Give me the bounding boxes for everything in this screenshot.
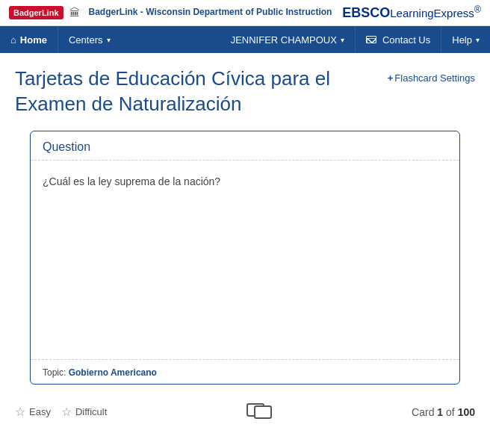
nav-right: JENNIFER CHAMPOUX ▾ Contact Us Help ▾ bbox=[220, 26, 490, 53]
user-chevron-icon: ▾ bbox=[341, 36, 344, 44]
easy-star-icon: ☆ bbox=[15, 405, 25, 419]
badgerlink-badge: BadgerLink bbox=[9, 6, 63, 19]
easy-button[interactable]: ☆ Easy bbox=[15, 405, 51, 419]
topic-value: Gobierno Americano bbox=[69, 367, 157, 378]
user-label: JENNIFER CHAMPOUX bbox=[231, 34, 337, 46]
home-icon: ⌂ bbox=[10, 34, 16, 46]
card-total: 100 bbox=[458, 406, 475, 418]
institution-icon: 🏛 bbox=[69, 7, 80, 19]
flashcard-question: ¿Cuál es la ley suprema de la nación? bbox=[43, 175, 220, 187]
home-nav-item[interactable]: ⌂ Home bbox=[0, 26, 58, 53]
centers-nav-item[interactable]: Centers ▾ bbox=[58, 26, 121, 53]
ebsco-brand: EBSCO bbox=[342, 5, 390, 20]
institution-name: BadgerLink - Wisconsin Department of Pub… bbox=[89, 7, 332, 19]
easy-label: Easy bbox=[29, 406, 51, 417]
flip-icon bbox=[246, 401, 273, 423]
bottom-controls: ☆ Easy ☆ Difficult Card 1 of 100 bbox=[0, 392, 490, 432]
user-nav-item[interactable]: JENNIFER CHAMPOUX ▾ bbox=[220, 26, 355, 53]
difficult-label: Difficult bbox=[75, 406, 107, 417]
nav-bar: ⌂ Home Centers ▾ JENNIFER CHAMPOUX ▾ Con… bbox=[0, 26, 490, 53]
contact-nav-item[interactable]: Contact Us bbox=[355, 26, 441, 53]
flip-card-button[interactable] bbox=[246, 401, 273, 423]
centers-label: Centers bbox=[69, 34, 103, 46]
ebsco-product: LearningExpress® bbox=[390, 7, 481, 19]
ebsco-logo: EBSCOLearningExpress® bbox=[342, 4, 481, 21]
help-nav-item[interactable]: Help ▾ bbox=[441, 26, 490, 53]
plus-icon: + bbox=[388, 72, 394, 84]
topic-prefix: Topic: bbox=[43, 367, 66, 378]
difficult-button[interactable]: ☆ Difficult bbox=[61, 405, 107, 419]
nav-left: ⌂ Home Centers ▾ bbox=[0, 26, 121, 53]
flashcard-header: Question bbox=[31, 131, 459, 161]
flashcard-footer: Topic: Gobierno Americano bbox=[31, 359, 459, 384]
help-chevron-icon: ▾ bbox=[476, 36, 480, 44]
flashcard-settings-button[interactable]: +Flashcard Settings bbox=[388, 72, 475, 84]
flashcard-body: ¿Cuál es la ley suprema de la nación? bbox=[31, 161, 459, 359]
difficulty-buttons: ☆ Easy ☆ Difficult bbox=[15, 405, 107, 419]
card-prefix: Card bbox=[412, 406, 434, 418]
card-separator: of bbox=[446, 406, 455, 418]
page-title-area: Tarjetas de Educación Cívica para el Exa… bbox=[0, 53, 490, 123]
card-counter: Card 1 of 100 bbox=[412, 406, 475, 418]
contact-label: Contact Us bbox=[382, 34, 430, 46]
envelope-icon bbox=[366, 36, 376, 43]
topic-text: Topic: Gobierno Americano bbox=[43, 367, 157, 378]
top-header: BadgerLink 🏛 BadgerLink - Wisconsin Depa… bbox=[0, 0, 490, 26]
difficult-star-icon: ☆ bbox=[61, 405, 72, 419]
badgerlink-logo: BadgerLink 🏛 BadgerLink - Wisconsin Depa… bbox=[9, 6, 332, 19]
reg-symbol: ® bbox=[474, 4, 481, 15]
flashcard-settings-label: Flashcard Settings bbox=[394, 72, 475, 84]
flashcard: Question ¿Cuál es la ley suprema de la n… bbox=[30, 131, 460, 385]
home-label: Home bbox=[20, 34, 47, 46]
page-title: Tarjetas de Educación Cívica para el Exa… bbox=[15, 66, 359, 117]
main-area: ‹ Question ¿Cuál es la ley suprema de la… bbox=[0, 123, 490, 392]
flashcard-header-label: Question bbox=[43, 140, 90, 153]
centers-chevron-icon: ▾ bbox=[107, 36, 111, 44]
card-current: 1 bbox=[437, 406, 443, 418]
help-label: Help bbox=[452, 34, 472, 46]
svg-rect-2 bbox=[255, 406, 271, 418]
